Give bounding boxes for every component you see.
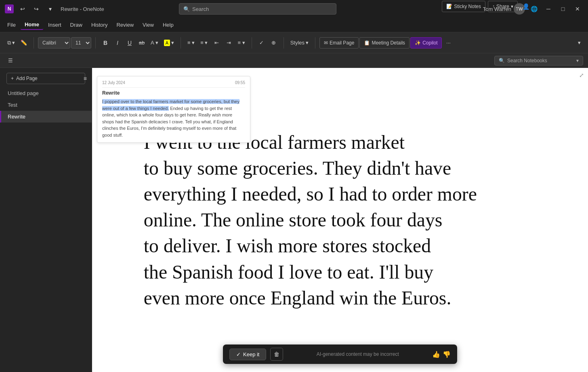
- feedback-buttons: 👍 👎: [432, 351, 451, 358]
- font-group: Calibri 11: [36, 37, 93, 49]
- more-button[interactable]: ···: [443, 37, 454, 49]
- content-area: ⤢ 12 July 2024 09:55 Rewrite I popped ov…: [92, 68, 588, 372]
- highlight-dropdown: ▾: [171, 40, 174, 46]
- meeting-icon: 📋: [364, 40, 370, 46]
- keep-it-button[interactable]: ✓ Keep it: [229, 349, 266, 360]
- sticky-notes-button[interactable]: 📝 Sticky Notes: [442, 1, 485, 12]
- add-page-button[interactable]: + Add Page: [6, 73, 85, 84]
- sep-3: [181, 37, 181, 49]
- dropdown-button[interactable]: ▾: [44, 3, 56, 15]
- menu-file[interactable]: File: [3, 20, 20, 30]
- sticky-notes-label: Sticky Notes: [454, 4, 481, 9]
- rewrite-card-header: 12 July 2024 09:55: [102, 80, 245, 88]
- font-color-button[interactable]: A ▾: [148, 37, 161, 49]
- thumbs-down-button[interactable]: 👎: [443, 351, 451, 358]
- font-color-icon: A: [151, 40, 154, 46]
- menubar: File Home Insert Draw History Review Vie…: [0, 18, 588, 32]
- svg-text:the Spanish food I love to eat: the Spanish food I love to eat. I'll buy: [144, 262, 433, 283]
- minimize-button[interactable]: ─: [543, 3, 554, 15]
- list-group: ≡ ▾ ≡ ▾ ⇤ ⇥ ≡ ▾: [183, 37, 249, 49]
- copilot-button[interactable]: ✨ Copilot: [410, 37, 442, 49]
- sidebar-item-test[interactable]: Test: [0, 99, 92, 111]
- account-button[interactable]: 👤: [520, 1, 531, 12]
- rewrite-card: 12 July 2024 09:55 Rewrite I popped over…: [97, 76, 250, 143]
- align-button[interactable]: ≡ ▾: [235, 37, 247, 49]
- action-bar: ✓ Keep it 🗑 AI-generated content may be …: [223, 345, 457, 364]
- close-button[interactable]: ✕: [572, 3, 583, 15]
- add-page-label: Add Page: [16, 76, 38, 81]
- page-label-rewrite: Rewrite: [8, 114, 25, 120]
- main-layout: + Add Page ≡ Untitled page Test Rewrite …: [0, 68, 588, 372]
- sidebar-item-untitled[interactable]: Untitled page: [0, 87, 92, 99]
- redo-button[interactable]: ↪: [31, 3, 42, 15]
- menu-history[interactable]: History: [87, 20, 111, 30]
- expand-button[interactable]: ⤢: [579, 72, 584, 78]
- secondary-toolbar: ☰ 🔍 Search Notebooks ▾: [0, 53, 588, 68]
- toolbar-collapse-button[interactable]: ▾: [573, 37, 585, 49]
- rewrite-card-text: I popped over to the local farmers marke…: [102, 98, 245, 138]
- menu-insert[interactable]: Insert: [44, 20, 65, 30]
- bold-button[interactable]: B: [100, 37, 111, 49]
- highlight-button[interactable]: A ▾: [162, 37, 176, 49]
- search-notebooks-icon: 🔍: [499, 58, 505, 63]
- page-actions-group: ✉ Email Page 📋 Meeting Details ✨ Copilot…: [318, 37, 456, 49]
- email-page-button[interactable]: ✉ Email Page: [319, 37, 359, 49]
- search-notebooks-dropdown: ▾: [576, 58, 579, 63]
- menu-draw[interactable]: Draw: [66, 20, 86, 30]
- strikethrough-button[interactable]: ab: [136, 37, 147, 49]
- sep-2: [95, 37, 96, 49]
- rewrite-card-title: Rewrite: [102, 90, 245, 96]
- copilot-label: Copilot: [422, 40, 437, 46]
- outdent-button[interactable]: ⇤: [211, 37, 222, 49]
- sep-4: [252, 37, 252, 49]
- trash-icon: 🗑: [274, 351, 279, 357]
- indent-button[interactable]: ⇥: [223, 37, 234, 49]
- menu-review[interactable]: Review: [112, 20, 138, 30]
- thumbs-up-button[interactable]: 👍: [432, 351, 440, 358]
- font-family-select[interactable]: Calibri: [38, 37, 70, 49]
- sort-pages-button[interactable]: ≡: [84, 75, 87, 82]
- clipboard-icon: ⧉: [7, 40, 11, 46]
- hamburger-button[interactable]: ☰: [5, 55, 16, 66]
- search-box[interactable]: 🔍 Search: [179, 3, 336, 15]
- discard-button[interactable]: 🗑: [270, 348, 283, 361]
- styles-label: Styles: [290, 40, 304, 46]
- toolbar: ⧉ ▾ ✏️ Calibri 11 B I U ab A ▾ A ▾ ≡ ▾ ≡…: [0, 32, 588, 53]
- styles-button[interactable]: Styles ▾: [288, 37, 311, 49]
- styles-group: Styles ▾: [286, 37, 313, 49]
- menu-view[interactable]: View: [139, 20, 158, 30]
- undo-button[interactable]: ↩: [17, 3, 28, 15]
- sidebar-item-rewrite[interactable]: Rewrite: [0, 111, 92, 123]
- underline-button[interactable]: U: [124, 37, 135, 49]
- sidebar: + Add Page ≡ Untitled page Test Rewrite: [0, 68, 92, 372]
- bullet-list-button[interactable]: ≡ ▾: [185, 37, 197, 49]
- add-page-icon: +: [11, 76, 14, 81]
- zoom-button[interactable]: ⊕: [268, 37, 279, 49]
- font-size-select[interactable]: 11: [71, 37, 91, 49]
- paste-eraser-button[interactable]: ✏️: [18, 37, 29, 49]
- ai-notice: AI-generated content may be incorrect: [287, 351, 428, 357]
- search-notebooks[interactable]: 🔍 Search Notebooks ▾: [494, 56, 583, 66]
- titlebar-controls-left: ↩ ↪ ▾: [17, 3, 56, 15]
- check-icon: ✓: [236, 351, 241, 357]
- maximize-button[interactable]: □: [557, 3, 569, 15]
- svg-text:to deliver. I wish more stores: to deliver. I wish more stores stocked: [144, 235, 431, 256]
- share-button[interactable]: ↑ Share ▾: [488, 1, 518, 12]
- email-icon: ✉: [324, 40, 328, 46]
- check-button[interactable]: ✓: [256, 37, 267, 49]
- page-label-test: Test: [8, 102, 17, 108]
- numbered-list-button[interactable]: ≡ ▾: [198, 37, 210, 49]
- italic-button[interactable]: I: [112, 37, 123, 49]
- svg-text:even more once England win the: even more once England win the Euros.: [144, 287, 451, 309]
- rewrite-text-span: I popped over to the local farmers marke…: [102, 99, 239, 111]
- app-title: Rewrite - OneNote: [61, 6, 104, 12]
- formatting-group: B I U ab A ▾ A ▾: [98, 37, 178, 49]
- search-placeholder: Search: [192, 6, 209, 12]
- highlight-icon: A: [164, 40, 170, 46]
- meeting-details-button[interactable]: 📋 Meeting Details: [359, 37, 410, 49]
- svg-text:everything I needed, so I had : everything I needed, so I had to order m…: [144, 184, 477, 205]
- menu-home[interactable]: Home: [21, 20, 43, 30]
- clipboard-button[interactable]: ⧉ ▾: [5, 37, 17, 49]
- copilot-icon: ✨: [415, 40, 421, 46]
- menu-help[interactable]: Help: [159, 20, 178, 30]
